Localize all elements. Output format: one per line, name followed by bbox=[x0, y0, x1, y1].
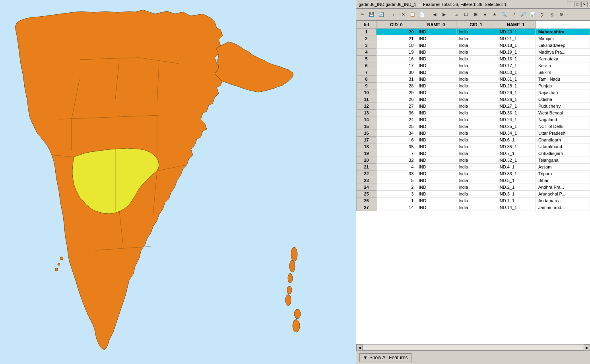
table-row[interactable]: 928INDIndiaIND.28_1Punjab bbox=[357, 83, 590, 89]
cell-name0: India bbox=[456, 143, 496, 150]
search-btn[interactable]: 🔎 bbox=[519, 10, 528, 19]
cell-name1: Andhra Pra... bbox=[536, 184, 590, 191]
field-calc-btn[interactable]: ∑ bbox=[538, 10, 547, 19]
cell-gid1: IND.32_1 bbox=[496, 157, 536, 164]
attribute-table[interactable]: fid GID_0 NAME_0 GID_1 NAME_1 120INDIndi… bbox=[356, 21, 590, 344]
table-row[interactable]: 261INDIndiaIND.1_1Andaman a... bbox=[357, 197, 590, 204]
cell-name0: India bbox=[456, 137, 496, 143]
select-btn[interactable]: ☑ bbox=[452, 10, 461, 19]
table-row[interactable]: 120INDIndiaIND.20_1Maharashtra bbox=[357, 29, 590, 35]
paste-btn[interactable]: 📄 bbox=[418, 10, 427, 19]
show-selected-btn[interactable]: ★ bbox=[490, 10, 499, 19]
cell-name0: India bbox=[456, 170, 496, 177]
copy-paste-btn[interactable]: ⎘ bbox=[547, 10, 556, 19]
table-row[interactable]: 197INDIndiaIND.7_1Chhattisgarh bbox=[357, 150, 590, 157]
cell-name0: India bbox=[456, 56, 496, 62]
cell-gid0: IND bbox=[416, 204, 456, 211]
cell-gid1: IND.14_1 bbox=[496, 204, 536, 211]
cell-name1: Lakshadweep bbox=[536, 42, 590, 49]
table-row[interactable]: 730INDIndiaIND.30_1Sikkim bbox=[357, 69, 590, 76]
row-number: 7 bbox=[357, 69, 377, 76]
cell-fid: 26 bbox=[377, 96, 416, 103]
cell-gid0: IND bbox=[416, 35, 456, 42]
table-row[interactable]: 516INDIndiaIND.16_1Karnataka bbox=[357, 56, 590, 62]
cell-name1: Kerala bbox=[536, 62, 590, 69]
close-btn[interactable]: ✕ bbox=[581, 2, 588, 7]
scroll-right-btn[interactable]: ▶ bbox=[584, 345, 590, 351]
table-row[interactable]: 242INDIndiaIND.2_1Andhra Pra... bbox=[357, 184, 590, 191]
table-row[interactable]: 1227INDIndiaIND.27_1Puducherry bbox=[357, 103, 590, 110]
redo-btn[interactable]: ▶ bbox=[440, 10, 448, 19]
india-map bbox=[0, 0, 356, 364]
table-row[interactable]: 253INDIndiaIND.3_1Arunachal P... bbox=[357, 191, 590, 197]
row-number: 13 bbox=[357, 110, 377, 116]
show-all-features-btn[interactable]: ▼ Show All Features bbox=[359, 353, 411, 362]
filter-btn[interactable]: ▼ bbox=[481, 10, 489, 19]
cell-name0: India bbox=[456, 197, 496, 204]
cell-fid: 33 bbox=[377, 170, 416, 177]
table-row[interactable]: 831INDIndiaIND.31_1Tamil Nadu bbox=[357, 76, 590, 83]
table-row[interactable]: 1424INDIndiaIND.24_1Nagaland bbox=[357, 116, 590, 123]
undo-btn[interactable]: ◀ bbox=[430, 10, 439, 19]
cell-name0: India bbox=[456, 83, 496, 89]
map-panel[interactable] bbox=[0, 0, 356, 364]
invert-select-btn[interactable]: ⊞ bbox=[471, 10, 480, 19]
table-row[interactable]: 1835INDIndiaIND.35_1Uttarakhand bbox=[357, 143, 590, 150]
col-select-btn[interactable]: ⚙ bbox=[557, 10, 566, 19]
deselect-btn[interactable]: ☐ bbox=[462, 10, 470, 19]
row-number: 19 bbox=[357, 150, 377, 157]
pan-btn[interactable]: ↗ bbox=[509, 10, 518, 19]
edit-btn[interactable]: ✏ bbox=[358, 10, 367, 19]
row-number: 2 bbox=[357, 35, 377, 42]
stats-btn[interactable]: 📊 bbox=[528, 10, 537, 19]
cell-fid: 3 bbox=[377, 191, 416, 197]
bottom-bar: ▼ Show All Features bbox=[356, 350, 590, 364]
cell-name1: Manipur bbox=[536, 35, 590, 42]
horizontal-scrollbar[interactable]: ◀ ▶ bbox=[356, 344, 590, 350]
cell-name1: Assam bbox=[536, 164, 590, 170]
table-row[interactable]: 318INDIndiaIND.18_1Lakshadweep bbox=[357, 42, 590, 49]
table-row[interactable]: 235INDIndiaIND.5_1Bihar bbox=[357, 177, 590, 184]
cell-name1: Maharashtra bbox=[536, 29, 590, 35]
table-row[interactable]: 1029INDIndiaIND.29_1Rajasthan bbox=[357, 89, 590, 96]
cell-name1: Puducherry bbox=[536, 103, 590, 110]
table-row[interactable]: 1634INDIndiaIND.34_1Uttar Pradesh bbox=[357, 130, 590, 137]
cell-gid0: IND bbox=[416, 56, 456, 62]
table-row[interactable]: 1525INDIndiaIND.25_1NCT of Delhi bbox=[357, 123, 590, 130]
table-row[interactable]: 2714INDIndiaIND.14_1Jammu and... bbox=[357, 204, 590, 211]
col-header-gid0[interactable]: GID_0 bbox=[377, 21, 416, 29]
cell-fid: 27 bbox=[377, 103, 416, 110]
add-feature-btn[interactable]: + bbox=[389, 10, 398, 19]
table-row[interactable]: 176INDIndiaIND.6_1Chandigarh bbox=[357, 137, 590, 143]
cell-gid0: IND bbox=[416, 42, 456, 49]
table-row[interactable]: 221INDIndiaIND.21_1Manipur bbox=[357, 35, 590, 42]
minimize-btn[interactable]: _ bbox=[567, 2, 573, 7]
table-row[interactable]: 617INDIndiaIND.17_1Kerala bbox=[357, 62, 590, 69]
reload-btn[interactable]: 🔄 bbox=[377, 10, 386, 19]
table-row[interactable]: 214INDIndiaIND.4_1Assam bbox=[357, 164, 590, 170]
cell-name1: Nagaland bbox=[536, 116, 590, 123]
table-row[interactable]: 2032INDIndiaIND.32_1Telangana bbox=[357, 157, 590, 164]
maximize-btn[interactable]: □ bbox=[574, 2, 580, 7]
cell-gid0: IND bbox=[416, 62, 456, 69]
delete-feature-btn[interactable]: ✕ bbox=[399, 10, 408, 19]
table-row[interactable]: 1336INDIndiaIND.36_1West Bengal bbox=[357, 110, 590, 116]
save-btn[interactable]: 💾 bbox=[367, 10, 376, 19]
table-header: fid GID_0 NAME_0 GID_1 NAME_1 bbox=[357, 21, 590, 29]
scroll-left-btn[interactable]: ◀ bbox=[356, 345, 363, 351]
cell-gid0: IND bbox=[416, 177, 456, 184]
cell-name0: India bbox=[456, 103, 496, 110]
table-row[interactable]: 1126INDIndiaIND.26_1Odisha bbox=[357, 96, 590, 103]
col-header-name0[interactable]: NAME_0 bbox=[416, 21, 456, 29]
scroll-track[interactable] bbox=[363, 345, 584, 350]
row-number: 24 bbox=[357, 184, 377, 191]
col-header-gid1[interactable]: GID_1 bbox=[456, 21, 496, 29]
table-row[interactable]: 2233INDIndiaIND.33_1Tripura bbox=[357, 170, 590, 177]
cell-name0: India bbox=[456, 76, 496, 83]
cell-name1: Andaman a... bbox=[536, 197, 590, 204]
col-header-name1[interactable]: NAME_1 bbox=[496, 21, 536, 29]
table-row[interactable]: 419INDIndiaIND.19_1Madhya Pra... bbox=[357, 49, 590, 56]
zoom-selected-btn[interactable]: 🔍 bbox=[500, 10, 508, 19]
col-header-fid[interactable]: fid bbox=[357, 21, 377, 29]
copy-btn[interactable]: 📋 bbox=[408, 10, 417, 19]
